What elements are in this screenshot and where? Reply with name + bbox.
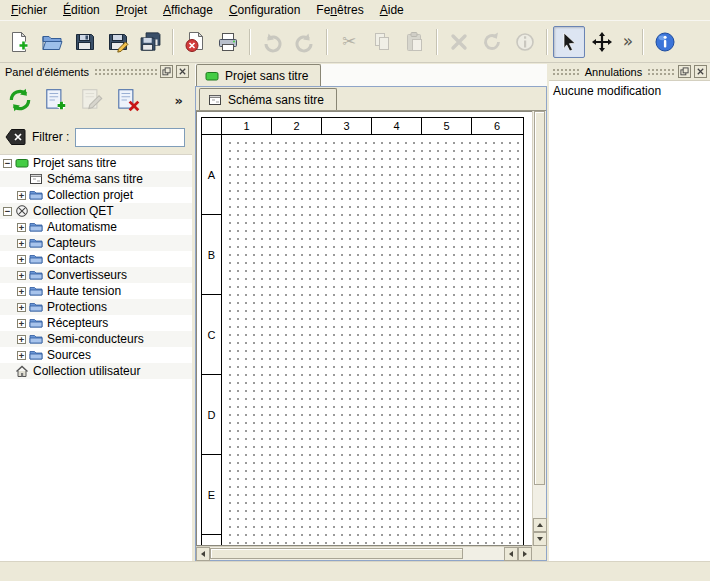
undo-history-list[interactable]: Aucune modification <box>549 80 710 561</box>
undo-panel-title: Annulations <box>583 66 645 78</box>
select-mode-button[interactable] <box>553 26 585 58</box>
tree-item-collection-qet[interactable]: −Collection QET <box>0 203 192 219</box>
filter-label: Filtrer : <box>32 130 69 144</box>
open-folder-icon <box>41 31 63 53</box>
info-gray-icon <box>514 31 536 53</box>
undo-empty-text: Aucune modification <box>553 84 706 98</box>
float-panel-button[interactable] <box>678 65 691 78</box>
tab-project-label: Projet sans titre <box>225 69 308 83</box>
scroll-down-button[interactable] <box>533 532 547 546</box>
cut-button[interactable]: ✂ <box>333 26 365 58</box>
ruler-column-1: 1 <box>222 118 272 134</box>
project-icon <box>205 69 219 83</box>
close-button[interactable] <box>179 26 211 58</box>
tree-expander-plus[interactable]: + <box>17 191 26 200</box>
tree-item-semi-conducteurs[interactable]: +Semi-conducteurs <box>0 331 192 347</box>
diagram-view[interactable]: 123456 ABCDE <box>196 111 532 546</box>
ruler-column-2: 2 <box>272 118 322 134</box>
delete-element-button[interactable] <box>112 84 144 116</box>
tree-expander-plus[interactable]: + <box>17 255 26 264</box>
menu-projet[interactable]: Projet <box>108 0 155 20</box>
ruler-column-5: 5 <box>422 118 472 134</box>
elements-toolbar-overflow-button[interactable]: » <box>170 94 188 107</box>
redo-button[interactable] <box>289 26 321 58</box>
delete-button[interactable] <box>443 26 475 58</box>
tree-expander-plus[interactable]: + <box>17 319 26 328</box>
tree-expander-plus[interactable]: + <box>17 239 26 248</box>
project-icon <box>15 156 29 170</box>
tree-item-projet-sans-titre[interactable]: −Projet sans titre <box>0 155 192 171</box>
edit-element-button[interactable] <box>76 84 108 116</box>
tree-item-collection-projet[interactable]: +Collection projet <box>0 187 192 203</box>
schema-icon <box>208 93 222 107</box>
project-tab-bar: Projet sans titre <box>195 64 547 86</box>
print-button[interactable] <box>212 26 244 58</box>
undo-button[interactable] <box>256 26 288 58</box>
scroll-left-button-2[interactable] <box>504 547 518 561</box>
tree-item-haute-tension[interactable]: +Haute tension <box>0 283 192 299</box>
tree-expander-plus[interactable]: + <box>17 223 26 232</box>
about-button[interactable] <box>649 26 681 58</box>
home-icon <box>15 364 29 378</box>
scroll-left-button[interactable] <box>196 547 210 561</box>
tab-project[interactable]: Projet sans titre <box>196 64 321 86</box>
undo-panel-titlebar[interactable]: Annulations <box>549 63 710 80</box>
tree-indent <box>0 195 14 196</box>
tree-item-automatisme[interactable]: +Automatisme <box>0 219 192 235</box>
rotate-button[interactable] <box>476 26 508 58</box>
tree-expander-plus[interactable]: + <box>17 335 26 344</box>
toolbar-overflow-button[interactable]: » <box>619 26 637 58</box>
filter-input[interactable] <box>75 128 185 147</box>
new-document-button[interactable] <box>3 26 35 58</box>
save-all-button[interactable] <box>135 26 167 58</box>
clear-filter-button[interactable] <box>5 128 26 146</box>
menu-bar: FichierÉditionProjetAffichageConfigurati… <box>0 0 710 21</box>
vertical-scrollbar[interactable] <box>532 111 546 546</box>
menu-edition[interactable]: Édition <box>55 0 108 20</box>
tree-item-protections[interactable]: +Protections <box>0 299 192 315</box>
tab-schema[interactable]: Schéma sans titre <box>199 88 337 110</box>
save-button[interactable] <box>69 26 101 58</box>
vertical-scroll-thumb[interactable] <box>534 111 545 485</box>
tree-expander-minus[interactable]: − <box>3 207 12 216</box>
horizontal-scroll-thumb[interactable] <box>210 548 463 559</box>
pan-mode-button[interactable] <box>586 26 618 58</box>
close-panel-button[interactable] <box>176 65 189 78</box>
menu-fichier[interactable]: Fichier <box>3 0 55 20</box>
copy-button[interactable] <box>366 26 398 58</box>
float-panel-button[interactable] <box>160 65 173 78</box>
horizontal-scrollbar[interactable] <box>196 546 532 560</box>
ruler-column-3: 3 <box>322 118 372 134</box>
tree-item-capteurs[interactable]: +Capteurs <box>0 235 192 251</box>
menu-configuration[interactable]: Configuration <box>221 0 308 20</box>
save-as-button[interactable] <box>102 26 134 58</box>
scroll-up-button[interactable] <box>533 518 547 532</box>
menu-fenetres[interactable]: Fenêtres <box>308 0 371 20</box>
menu-affichage[interactable]: Affichage <box>155 0 221 20</box>
tree-expander-plus[interactable]: + <box>17 351 26 360</box>
horizontal-scroll-track[interactable] <box>210 547 504 560</box>
tree-item-label: Schéma sans titre <box>43 172 143 186</box>
redo-icon <box>294 31 316 53</box>
open-button[interactable] <box>36 26 68 58</box>
tree-expander-plus[interactable]: + <box>17 303 26 312</box>
vertical-scroll-track[interactable] <box>533 111 546 518</box>
paste-button[interactable] <box>399 26 431 58</box>
tree-item-schema-sans-titre[interactable]: Schéma sans titre <box>0 171 192 187</box>
menu-aide[interactable]: Aide <box>372 0 412 20</box>
tree-item-recepteurs[interactable]: +Récepteurs <box>0 315 192 331</box>
tree-expander-plus[interactable]: + <box>17 287 26 296</box>
tree-expander-plus[interactable]: + <box>17 271 26 280</box>
properties-button[interactable] <box>509 26 541 58</box>
reload-collections-button[interactable] <box>4 84 36 116</box>
tab-schema-label: Schéma sans titre <box>228 93 324 107</box>
tree-item-sources[interactable]: +Sources <box>0 347 192 363</box>
tree-item-collection-utilisateur[interactable]: Collection utilisateur <box>0 363 192 379</box>
tree-item-convertisseurs[interactable]: +Convertisseurs <box>0 267 192 283</box>
close-panel-button[interactable] <box>694 65 707 78</box>
scroll-right-button[interactable] <box>518 547 532 561</box>
tree-item-contacts[interactable]: +Contacts <box>0 251 192 267</box>
tree-expander-minus[interactable]: − <box>3 159 12 168</box>
new-element-button[interactable] <box>40 84 72 116</box>
elements-panel-titlebar[interactable]: Panel d'éléments <box>0 63 192 80</box>
